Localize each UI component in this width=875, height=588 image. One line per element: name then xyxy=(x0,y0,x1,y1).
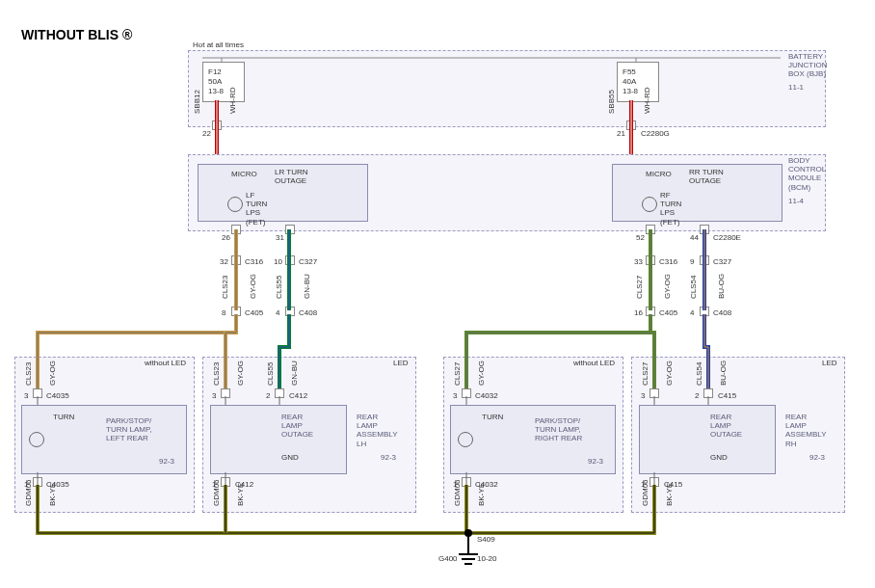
wiring-svg xyxy=(0,0,875,588)
wiring-diagram: WITHOUT BLIS ® Hot at all times BATTERY … xyxy=(0,0,875,588)
